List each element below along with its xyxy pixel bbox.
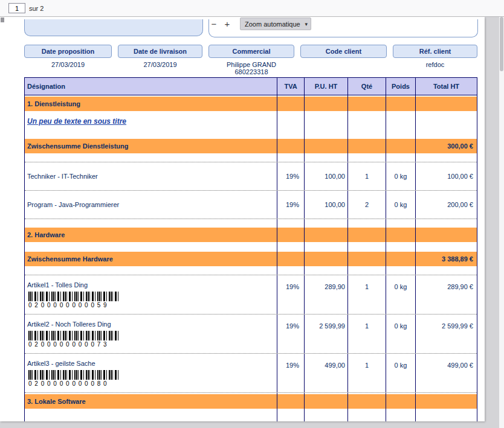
cell bbox=[386, 251, 416, 267]
scrollbar-thumb[interactable] bbox=[500, 17, 503, 71]
cell bbox=[277, 112, 305, 130]
subtotal-amount: 300,00 € bbox=[416, 138, 477, 155]
cell bbox=[305, 95, 348, 112]
table-row-spacer bbox=[25, 219, 477, 226]
barcode-digits: 0 2 0 0 0 0 0 0 0 0 0 7 3 bbox=[27, 341, 277, 348]
barcode bbox=[28, 331, 120, 340]
header-field-values: 27/03/201927/03/2019Philippe GRAND680223… bbox=[24, 61, 477, 75]
item-name: Artikel3 - geilste Sache bbox=[27, 360, 277, 367]
cell bbox=[305, 226, 348, 243]
cell bbox=[386, 219, 416, 226]
cutoff-box-left bbox=[24, 19, 203, 36]
item-tva: 19% bbox=[277, 354, 305, 392]
cell bbox=[305, 138, 348, 155]
cell bbox=[305, 219, 348, 226]
cell: 2. Hardware bbox=[25, 226, 277, 243]
item-unit-price: 289,90 bbox=[305, 275, 348, 314]
cell: Zwischensumme Dienstleistung bbox=[25, 138, 277, 155]
zoom-select[interactable]: Zoom automatique ▾ bbox=[240, 18, 311, 30]
page-count-label: sur 2 bbox=[29, 5, 44, 12]
field-value: Philippe GRAND680223318 bbox=[208, 61, 294, 75]
cell bbox=[305, 130, 348, 138]
item-total: 100,00 € bbox=[416, 162, 477, 190]
zoom-select-value: Zoom automatique bbox=[245, 21, 300, 28]
field-label: Réf. client bbox=[393, 45, 477, 58]
cell bbox=[386, 243, 416, 251]
item-unit-price: 100,00 bbox=[305, 162, 348, 190]
column-header: TVA bbox=[277, 78, 305, 95]
cell bbox=[305, 393, 348, 410]
item-total: 499,00 € bbox=[416, 354, 477, 392]
table-row-spacer bbox=[25, 243, 477, 251]
cell: Artikel3 - geilste Sache0 2 0 0 0 0 0 0 … bbox=[25, 354, 277, 392]
item-tva: 19% bbox=[277, 162, 305, 190]
item-qty: 1 bbox=[348, 275, 386, 314]
field-value: 27/03/2019 bbox=[118, 61, 202, 75]
cell bbox=[277, 393, 305, 410]
cell bbox=[305, 267, 348, 275]
chevron-down-icon: ▾ bbox=[305, 21, 308, 27]
cell bbox=[386, 138, 416, 155]
table-row-subtotal: Zwischensumme Hardware3 388,89 € bbox=[25, 251, 477, 267]
item-total: 200,00 € bbox=[416, 191, 477, 219]
table-row-section: 2. Hardware bbox=[25, 226, 477, 243]
item-unit-price: 499,00 bbox=[305, 354, 348, 392]
item-weight: 0 kg bbox=[386, 162, 416, 190]
item-name: Techniker - IT-Techniker bbox=[27, 173, 98, 180]
barcode bbox=[28, 370, 120, 380]
cell bbox=[386, 410, 416, 421]
field-label: Date de livraison bbox=[118, 45, 202, 58]
cell bbox=[305, 251, 348, 267]
zoom-out-button[interactable]: − bbox=[207, 18, 221, 30]
item-weight: 0 kg bbox=[386, 315, 416, 353]
cell bbox=[348, 219, 386, 226]
table-row-section: 1. Dienstleistung bbox=[25, 95, 477, 112]
vertical-scrollbar[interactable] bbox=[499, 17, 504, 428]
corner-marker bbox=[1, 18, 4, 22]
cell: Artikel2 - Noch Tolleres Ding0 2 0 0 0 0… bbox=[25, 315, 277, 353]
item-weight: 0 kg bbox=[386, 275, 416, 314]
table-body: 1. DienstleistungUn peu de texte en sous… bbox=[25, 95, 477, 421]
cell bbox=[416, 410, 477, 421]
cell: 3. Lokale Software bbox=[25, 393, 277, 410]
cell: Program - Java-Programmierer bbox=[25, 191, 277, 219]
item-weight: 0 kg bbox=[386, 191, 416, 219]
cell bbox=[277, 130, 305, 138]
cell bbox=[277, 95, 305, 112]
table-row-item: Artikel3 - geilste Sache0 2 0 0 0 0 0 0 … bbox=[25, 354, 477, 393]
page-number-input[interactable] bbox=[8, 3, 25, 13]
table-row-subtitle: Un peu de texte en sous titre bbox=[25, 112, 477, 130]
cell bbox=[277, 219, 305, 226]
field-value-line: 27/03/2019 bbox=[118, 61, 202, 68]
column-header: Total HT bbox=[416, 78, 477, 95]
item-weight: 0 kg bbox=[386, 354, 416, 392]
cell bbox=[416, 155, 477, 162]
cell bbox=[386, 112, 416, 130]
cell bbox=[348, 410, 386, 421]
cell bbox=[386, 226, 416, 243]
cell bbox=[416, 393, 477, 410]
item-name: Artikel1 - Tolles Ding bbox=[27, 281, 277, 289]
section-label: 3. Lokale Software bbox=[27, 398, 86, 405]
table-row-spacer bbox=[25, 155, 477, 162]
field-value-line: 27/03/2019 bbox=[24, 61, 112, 68]
cell bbox=[277, 226, 305, 243]
item-qty: 1 bbox=[348, 162, 386, 190]
item-name: Program - Java-Programmierer bbox=[27, 201, 119, 208]
item-tva: 19% bbox=[277, 191, 305, 219]
field-label: Date proposition bbox=[24, 45, 112, 58]
item-qty: 2 bbox=[348, 191, 386, 219]
item-name: Artikel2 - Noch Tolleres Ding bbox=[27, 321, 277, 328]
zoom-in-button[interactable]: + bbox=[221, 18, 234, 30]
table-row-spacer bbox=[25, 267, 477, 275]
pdf-toolbar: sur 2 bbox=[0, 0, 504, 17]
cell bbox=[25, 219, 277, 226]
field-label: Code client bbox=[300, 45, 387, 58]
cell bbox=[277, 155, 305, 162]
cell bbox=[277, 410, 305, 421]
cell bbox=[25, 155, 277, 162]
field-value bbox=[300, 61, 387, 75]
cell bbox=[277, 138, 305, 155]
section-label: 2. Hardware bbox=[27, 231, 65, 238]
table-row-spacer bbox=[25, 130, 477, 138]
